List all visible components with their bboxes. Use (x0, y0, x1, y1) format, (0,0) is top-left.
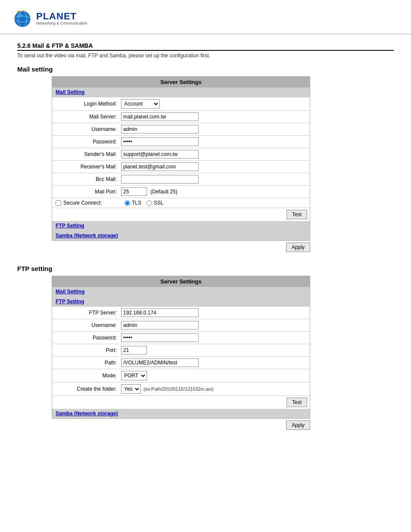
mail-port-default: (Default 25) (150, 189, 177, 195)
logo-brand: PLANET (36, 11, 77, 22)
mail-password-label: Password: (61, 139, 121, 145)
ssl-label: SSL (154, 200, 164, 206)
mail-username-input[interactable] (121, 125, 199, 134)
ftp-username-input[interactable] (121, 321, 199, 330)
tls-ssl-group: TLS SSL (125, 200, 164, 206)
secure-connect-checkbox-area[interactable]: Secure Connect: (56, 200, 125, 206)
mail-setting-section-row[interactable]: Mail Setting (52, 87, 310, 97)
mail-server-input-area[interactable] (121, 112, 306, 121)
section-desc: To send out the video via mail, FTP and … (17, 53, 394, 59)
ftp-server-settings-header: Server Settings (52, 276, 310, 287)
ftp-setting-heading: FTP setting (17, 265, 394, 272)
bcc-mail-label: Bcc Mail: (61, 176, 121, 182)
mail-test-btn-row: Test (52, 208, 310, 221)
ftp-port-input-area[interactable] (121, 346, 306, 355)
receivers-mail-row: Receiver's Mail: (52, 161, 310, 173)
ftp-server-table: Server Settings Mail Setting FTP Setting… (52, 276, 310, 419)
mail-setting-heading: Mail setting (17, 65, 394, 73)
ftp-port-label: Port: (61, 347, 121, 353)
ftp-port-row: Port: (52, 344, 310, 357)
mail-test-button[interactable]: Test (286, 210, 307, 219)
login-method-label: Login Method: (61, 101, 121, 107)
ftp-create-folder-row: Create the folder: Yes No (ex:Path/20100… (52, 383, 310, 396)
ftp-mail-setting-link[interactable]: Mail Setting (56, 289, 84, 295)
bcc-mail-input-area[interactable] (121, 175, 306, 184)
tls-label: TLS (132, 200, 141, 206)
header: PLANET Networking & Communication (0, 0, 411, 34)
ftp-setting-section-row[interactable]: FTP Setting (52, 221, 310, 231)
mail-password-row: Password: (52, 136, 310, 148)
mail-setting-link[interactable]: Mail Setting (56, 89, 84, 95)
mail-apply-button[interactable]: Apply (286, 243, 310, 252)
receivers-mail-input-area[interactable] (121, 162, 306, 171)
ftp-create-folder-note: (ex:Path/20100115/121032m.avi) (143, 386, 214, 392)
login-method-row: Login Method: Account Anonymous (52, 97, 310, 111)
planet-logo-icon (13, 8, 34, 28)
secure-connect-checkbox[interactable] (56, 200, 61, 206)
mail-username-input-area[interactable] (121, 125, 306, 134)
senders-mail-input-area[interactable] (121, 150, 306, 159)
ftp-username-row: Username: (52, 319, 310, 332)
ftp-ftp-setting-row[interactable]: FTP Setting (52, 297, 310, 307)
ftp-setting-link[interactable]: FTP Setting (56, 223, 84, 229)
ftp-password-input[interactable] (121, 333, 199, 342)
secure-connect-row: Secure Connect: TLS SSL (52, 198, 310, 208)
svg-point-4 (17, 13, 23, 18)
receivers-mail-input[interactable] (121, 162, 199, 171)
mail-server-input[interactable] (121, 112, 199, 121)
mail-password-input-area[interactable] (121, 137, 306, 146)
ftp-port-input[interactable] (121, 346, 147, 355)
bcc-mail-row: Bcc Mail: (52, 173, 310, 186)
tls-radio[interactable] (125, 200, 130, 206)
login-method-input-area[interactable]: Account Anonymous (121, 99, 306, 109)
ftp-samba-section-row[interactable]: Samba (Network storage) (52, 409, 310, 418)
bcc-mail-input[interactable] (121, 175, 199, 184)
login-method-select[interactable]: Account Anonymous (121, 99, 160, 109)
tls-radio-label[interactable]: TLS (125, 200, 141, 206)
ftp-create-folder-input-area[interactable]: Yes No (ex:Path/20100115/121032m.avi) (121, 384, 306, 394)
ftp-username-input-area[interactable] (121, 321, 306, 330)
ftp-mode-input-area[interactable]: PORT PASV (121, 371, 306, 380)
ftp-test-btn-row: Test (52, 396, 310, 409)
ftp-password-row: Password: (52, 332, 310, 344)
ftp-path-input-area[interactable] (121, 358, 306, 367)
mail-server-label: Mail Server: (61, 114, 121, 120)
samba-link[interactable]: Samba (Network storage) (56, 233, 118, 239)
mail-username-label: Username: (61, 126, 121, 132)
ftp-create-folder-label: Create the folder: (61, 386, 121, 392)
mail-port-label: Mail Port: (61, 189, 121, 195)
mail-server-settings-header: Server Settings (52, 77, 310, 87)
mail-port-row: Mail Port: (Default 25) (52, 186, 310, 198)
samba-section-row[interactable]: Samba (Network storage) (52, 231, 310, 240)
mail-password-input[interactable] (121, 137, 199, 146)
ftp-ftp-setting-link[interactable]: FTP Setting (56, 299, 84, 305)
ftp-server-input[interactable] (121, 308, 199, 317)
ssl-radio-label[interactable]: SSL (146, 200, 164, 206)
section-title: 5.2.6 Mail & FTP & SAMBA (17, 42, 394, 51)
ftp-apply-button[interactable]: Apply (286, 420, 310, 430)
ftp-mail-setting-row[interactable]: Mail Setting (52, 287, 310, 297)
ftp-server-row: FTP Server: (52, 307, 310, 319)
ftp-path-row: Path: (52, 357, 310, 369)
receivers-mail-label: Receiver's Mail: (61, 164, 121, 170)
mail-apply-btn-row: Apply (52, 243, 310, 252)
mail-port-input[interactable] (121, 187, 147, 196)
main-content: 5.2.6 Mail & FTP & SAMBA To send out the… (0, 34, 411, 443)
ftp-samba-link[interactable]: Samba (Network storage) (56, 411, 118, 417)
ftp-create-folder-select[interactable]: Yes No (121, 384, 141, 394)
ftp-mode-row: Mode: PORT PASV (52, 369, 310, 383)
ftp-mode-select[interactable]: PORT PASV (121, 371, 147, 380)
ftp-test-button[interactable]: Test (286, 398, 307, 407)
ssl-radio[interactable] (146, 200, 152, 206)
secure-connect-label: Secure Connect: (63, 200, 102, 206)
ftp-password-label: Password: (61, 335, 121, 341)
ftp-server-input-area[interactable] (121, 308, 306, 317)
ftp-username-label: Username: (61, 322, 121, 328)
ftp-path-input[interactable] (121, 358, 199, 367)
mail-server-row: Mail Server: (52, 111, 310, 123)
ftp-password-input-area[interactable] (121, 333, 306, 342)
ftp-path-label: Path: (61, 360, 121, 366)
senders-mail-input[interactable] (121, 150, 199, 159)
senders-mail-label: Sender's Mail: (61, 151, 121, 157)
mail-username-row: Username: (52, 123, 310, 136)
